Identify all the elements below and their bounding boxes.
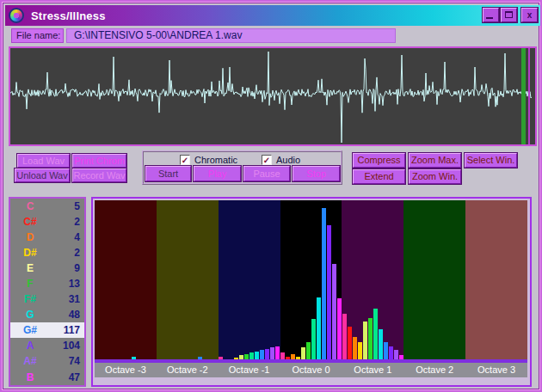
- octave-label-4: Octave 1: [342, 363, 403, 377]
- note-count: 13: [50, 278, 84, 290]
- octave-band-1: [157, 200, 219, 359]
- bar-octave0-a: [327, 225, 331, 359]
- audio-checkbox-label: Audio: [276, 155, 300, 166]
- bar-octave0-fs: [311, 319, 316, 359]
- octave-label-3: Octave 0: [280, 363, 342, 377]
- note-count: 9: [50, 262, 84, 274]
- note-label: G#: [10, 324, 50, 336]
- bar-octave-1-gs: [260, 350, 264, 359]
- note-label: E: [10, 262, 50, 274]
- app-icon: [9, 8, 24, 23]
- note-row-gs[interactable]: G#117: [10, 322, 84, 338]
- window-controls: x: [483, 8, 538, 22]
- title-bar: Stress/Illness x: [5, 5, 540, 26]
- octave-label-6: Octave 3: [465, 363, 527, 377]
- note-row-fs[interactable]: F#31: [10, 291, 84, 307]
- bar-octave1-a: [389, 346, 393, 359]
- note-label: C: [10, 200, 50, 212]
- bar-octave1-g: [379, 329, 383, 359]
- waveform-display[interactable]: [9, 46, 537, 146]
- zoom-win-button[interactable]: Zoom Win.: [409, 169, 461, 184]
- print-chrom-button[interactable]: Print Chrom: [72, 154, 126, 168]
- bar-octave-1-fs: [249, 352, 254, 359]
- bar-octave0-gs: [322, 208, 326, 359]
- bar-octave1-d: [353, 337, 357, 359]
- bar-octave1-f: [368, 318, 373, 359]
- chromatic-checkbox[interactable]: ✓: [180, 155, 190, 165]
- note-row-g[interactable]: G48: [10, 307, 84, 322]
- note-row-e[interactable]: E9: [10, 260, 84, 276]
- note-count: 4: [50, 231, 84, 243]
- note-count: 74: [50, 355, 84, 367]
- bar-octave0-c: [280, 352, 285, 359]
- load-wav-button[interactable]: Load Wav: [17, 154, 70, 168]
- note-list-panel: C5C#2D4D#2E9F13F#31G48G#117A104A#74B47: [9, 197, 86, 387]
- note-row-c[interactable]: C5: [10, 199, 84, 214]
- file-name-field[interactable]: G:\INTENSIVO 5-00\ANDREA 1.wav: [66, 28, 396, 43]
- bar-octave1-fs: [373, 309, 378, 359]
- note-count: 2: [50, 247, 84, 259]
- note-label: B: [10, 371, 50, 383]
- note-label: A: [10, 340, 50, 352]
- octave-chart: [95, 200, 527, 359]
- start-button[interactable]: Start: [145, 166, 191, 181]
- bar-octave-1-g: [255, 352, 259, 359]
- note-row-ds[interactable]: D#2: [10, 245, 84, 260]
- unload-wav-button[interactable]: Unload Wav: [15, 168, 70, 182]
- note-count: 47: [50, 371, 84, 383]
- stop-button[interactable]: Stop: [293, 166, 340, 181]
- note-count: 117: [50, 324, 84, 336]
- bar-octave-1-as: [270, 347, 274, 359]
- note-count: 31: [50, 293, 84, 305]
- compress-button[interactable]: Compress: [353, 153, 405, 168]
- bar-octave1-as: [394, 350, 398, 359]
- octave-label-5: Octave 2: [403, 363, 465, 377]
- pause-button[interactable]: Pause: [243, 166, 290, 181]
- octave-chart-panel: Octave -3Octave -2Octave -1Octave 0Octav…: [91, 197, 532, 387]
- note-row-cs[interactable]: C#2: [10, 214, 84, 230]
- select-win-button[interactable]: Select Win.: [465, 153, 517, 168]
- note-row-b[interactable]: B47: [10, 370, 84, 385]
- bar-octave1-e: [363, 322, 367, 359]
- bar-octave-1-a: [265, 349, 269, 359]
- note-label: G: [10, 309, 50, 321]
- note-row-as[interactable]: A#74: [10, 353, 84, 369]
- app-window: Stress/Illness x File name: G:\INTENSIVO…: [0, 0, 542, 392]
- audio-checkbox[interactable]: ✓: [262, 155, 272, 165]
- play-button[interactable]: Play: [194, 166, 241, 181]
- octave-label-2: Octave -1: [219, 363, 280, 377]
- close-button[interactable]: x: [521, 8, 538, 22]
- bar-octave0-e: [301, 347, 305, 359]
- note-row-d[interactable]: D4: [10, 230, 84, 245]
- bar-octave0-as: [332, 264, 336, 359]
- chromatic-checkbox-label: Chromatic: [194, 155, 237, 166]
- octave-band-0: [95, 200, 157, 359]
- extend-button[interactable]: Extend: [353, 169, 405, 184]
- bar-octave0-f: [306, 342, 311, 359]
- minimize-button[interactable]: [483, 8, 499, 22]
- octave-band-5: [403, 200, 465, 359]
- bar-octave1-cs: [348, 327, 352, 359]
- record-wav-button[interactable]: Record Wav: [72, 168, 126, 182]
- checkbox-row: ✓Chromatic✓Audio: [144, 155, 341, 165]
- bar-octave1-gs: [384, 342, 388, 359]
- note-count: 2: [50, 216, 84, 228]
- file-name-label: File name:: [11, 28, 64, 43]
- bar-octave0-b: [337, 298, 342, 359]
- note-count: 48: [50, 309, 84, 321]
- bar-octave-1-b: [275, 346, 280, 359]
- zoom-max-button[interactable]: Zoom Max.: [409, 153, 461, 168]
- note-label: F#: [10, 293, 50, 305]
- note-label: C#: [10, 216, 50, 228]
- octave-axis-labels: Octave -3Octave -2Octave -1Octave 0Octav…: [95, 363, 527, 377]
- window-title: Stress/Illness: [31, 9, 106, 22]
- note-row-a[interactable]: A104: [10, 338, 84, 353]
- note-label: A#: [10, 355, 50, 367]
- bar-octave1-c: [342, 314, 347, 359]
- maximize-icon: [505, 11, 513, 18]
- bar-octave0-g: [317, 297, 321, 359]
- waveform-cursor[interactable]: [521, 48, 526, 144]
- note-row-f[interactable]: F13: [10, 276, 84, 291]
- octave-band-2: [219, 200, 280, 359]
- maximize-button[interactable]: [501, 8, 517, 22]
